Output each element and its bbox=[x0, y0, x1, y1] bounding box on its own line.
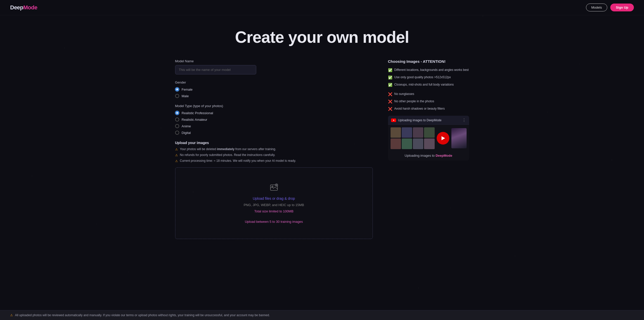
video-header: Uploading images to DeepMode ⋮ bbox=[388, 116, 469, 125]
upload-link[interactable]: Upload files or drag & drop bbox=[253, 196, 295, 201]
thumb-1 bbox=[391, 127, 401, 138]
page-title: Create your own model bbox=[0, 28, 644, 47]
header: DeepMode Models Sign Up bbox=[0, 0, 644, 15]
type-realistic-pro[interactable]: Realistic Professional bbox=[175, 111, 373, 115]
model-name-input[interactable] bbox=[175, 65, 256, 74]
sidebar-section: Choosing Images - ATTENTION! ✅ Different… bbox=[388, 59, 469, 161]
drop-zone[interactable]: Upload files or drag & drop PNG, JPG, WE… bbox=[175, 167, 373, 239]
video-header-left: Uploading images to DeepMode bbox=[391, 118, 441, 122]
type-digital-label: Digital bbox=[182, 131, 191, 135]
upload-title: Upload your images bbox=[175, 141, 373, 145]
warning-1: ⚠ Your photos will be deleted immediatel… bbox=[175, 147, 373, 152]
header-actions: Models Sign Up bbox=[586, 4, 634, 11]
bottom-warning-text: All uploaded photos will be reviewed aut… bbox=[15, 313, 270, 317]
warning-3: ⚠ Current processing time: ≈ 18 minutes.… bbox=[175, 158, 373, 163]
tip-good-3: ✅ Closeups, mid-shots and full body vari… bbox=[388, 82, 469, 88]
check-icon-1: ✅ bbox=[388, 68, 392, 73]
gender-male-label: Male bbox=[182, 94, 189, 98]
tip-good-2: ✅ Use only good quality photos >512x512p… bbox=[388, 75, 469, 80]
gender-male[interactable]: Male bbox=[175, 94, 373, 98]
upload-formats: PNG, JPG, WEBP, and HEIC up to 15MB bbox=[244, 203, 304, 207]
video-caption: Uploading images to DeepMode bbox=[388, 152, 469, 161]
gender-female[interactable]: Female bbox=[175, 87, 373, 91]
video-caption-brand: DeepMode bbox=[436, 154, 452, 157]
tip-good-1: ✅ Different locations, backgrounds and a… bbox=[388, 68, 469, 73]
thumb-6 bbox=[402, 138, 412, 149]
type-anime-label: Anime bbox=[182, 124, 191, 128]
youtube-icon bbox=[391, 118, 396, 122]
logo-mode: Mode bbox=[23, 4, 37, 11]
gender-radio-group: Female Male bbox=[175, 87, 373, 98]
model-type-label: Model Type (type of your photos) bbox=[175, 104, 373, 108]
form-section: Model Name Gender Female Male bbox=[175, 59, 373, 245]
warning-icon-2: ⚠ bbox=[175, 153, 178, 157]
cross-icon-2: ❌ bbox=[388, 99, 392, 104]
upload-icon bbox=[269, 183, 279, 193]
tips-bad-list: ❌ No sunglasses ❌ No other people in the… bbox=[388, 92, 469, 112]
type-realistic-pro-label: Realistic Professional bbox=[182, 111, 213, 115]
gender-label: Gender bbox=[175, 81, 373, 84]
thumb-8 bbox=[424, 138, 434, 149]
logo-deep: Deep bbox=[10, 4, 23, 11]
type-realistic-amateur-radio[interactable] bbox=[175, 117, 179, 122]
tip-bad-1: ❌ No sunglasses bbox=[388, 92, 469, 97]
choosing-title: Choosing Images - ATTENTION! bbox=[388, 59, 469, 64]
type-anime-radio[interactable] bbox=[175, 124, 179, 128]
upload-count-message: Upload between 5 to 30 training images bbox=[245, 220, 303, 224]
video-title: Uploading images to DeepMode bbox=[398, 118, 441, 122]
gender-male-radio[interactable] bbox=[175, 94, 179, 98]
video-menu-icon[interactable]: ⋮ bbox=[462, 118, 466, 123]
type-digital[interactable]: Digital bbox=[175, 131, 373, 135]
warning-2: ⚠ No refunds for poorly submitted photos… bbox=[175, 153, 373, 157]
page-title-wrap: Create your own model bbox=[0, 28, 644, 47]
thumb-5 bbox=[391, 138, 401, 149]
tip-bad-2: ❌ No other people in the photos bbox=[388, 99, 469, 104]
type-digital-radio[interactable] bbox=[175, 131, 179, 135]
play-button[interactable] bbox=[437, 132, 449, 145]
upload-size-limit: Total size limited to 100MB bbox=[254, 209, 293, 213]
upload-warnings: ⚠ Your photos will be deleted immediatel… bbox=[175, 147, 373, 163]
check-icon-2: ✅ bbox=[388, 75, 392, 80]
content-layout: Model Name Gender Female Male bbox=[145, 59, 500, 245]
gender-female-label: Female bbox=[182, 88, 193, 91]
portrait-image bbox=[451, 128, 467, 148]
tip-bad-text-2: No other people in the photos bbox=[394, 99, 434, 104]
thumb-4 bbox=[424, 127, 434, 138]
video-thumbnail: Uploading images to DeepMode ⋮ bbox=[388, 116, 469, 161]
tip-bad-text-1: No sunglasses bbox=[394, 92, 414, 96]
model-name-label: Model Name bbox=[175, 59, 373, 63]
model-type-group: Model Type (type of your photos) Realist… bbox=[175, 104, 373, 135]
main-content: Create your own model Model Name Gender … bbox=[0, 15, 644, 255]
tips-good-list: ✅ Different locations, backgrounds and a… bbox=[388, 68, 469, 88]
signup-button[interactable]: Sign Up bbox=[610, 4, 634, 11]
upload-section: Upload your images ⚠ Your photos will be… bbox=[175, 141, 373, 239]
tip-bad-3: ❌ Avoid harsh shadows or beauty filters bbox=[388, 106, 469, 112]
tip-good-text-3: Closeups, mid-shots and full body variat… bbox=[394, 82, 454, 87]
models-button[interactable]: Models bbox=[586, 4, 607, 11]
model-name-group: Model Name bbox=[175, 59, 373, 74]
check-icon-3: ✅ bbox=[388, 82, 392, 88]
logo: DeepMode bbox=[10, 4, 37, 11]
type-anime[interactable]: Anime bbox=[175, 124, 373, 128]
type-realistic-amateur[interactable]: Realistic Amateur bbox=[175, 117, 373, 122]
warning-text-2: No refunds for poorly submitted photos. … bbox=[180, 153, 275, 157]
tip-bad-text-3: Avoid harsh shadows or beauty filters bbox=[394, 106, 445, 111]
video-content bbox=[388, 125, 469, 152]
warning-icon-1: ⚠ bbox=[175, 147, 178, 152]
video-caption-text: Uploading images to bbox=[405, 154, 436, 157]
cross-icon-3: ❌ bbox=[388, 106, 392, 112]
type-realistic-amateur-label: Realistic Amateur bbox=[182, 118, 207, 122]
video-thumbnails-grid bbox=[391, 127, 435, 149]
cross-icon-1: ❌ bbox=[388, 92, 392, 97]
bottom-warning-bar: ⚠ All uploaded photos will be reviewed a… bbox=[0, 310, 644, 320]
svg-marker-3 bbox=[393, 119, 394, 121]
tip-good-text-1: Different locations, backgrounds and ang… bbox=[394, 68, 469, 72]
thumb-2 bbox=[402, 127, 412, 138]
gender-group: Gender Female Male bbox=[175, 81, 373, 98]
warning-icon-3: ⚠ bbox=[175, 159, 178, 163]
type-realistic-pro-radio[interactable] bbox=[175, 111, 179, 115]
bottom-warning-icon: ⚠ bbox=[10, 313, 13, 317]
model-type-radio-group: Realistic Professional Realistic Amateur… bbox=[175, 111, 373, 135]
warning-text-3: Current processing time: ≈ 18 minutes. W… bbox=[180, 158, 296, 163]
gender-female-radio[interactable] bbox=[175, 87, 179, 91]
